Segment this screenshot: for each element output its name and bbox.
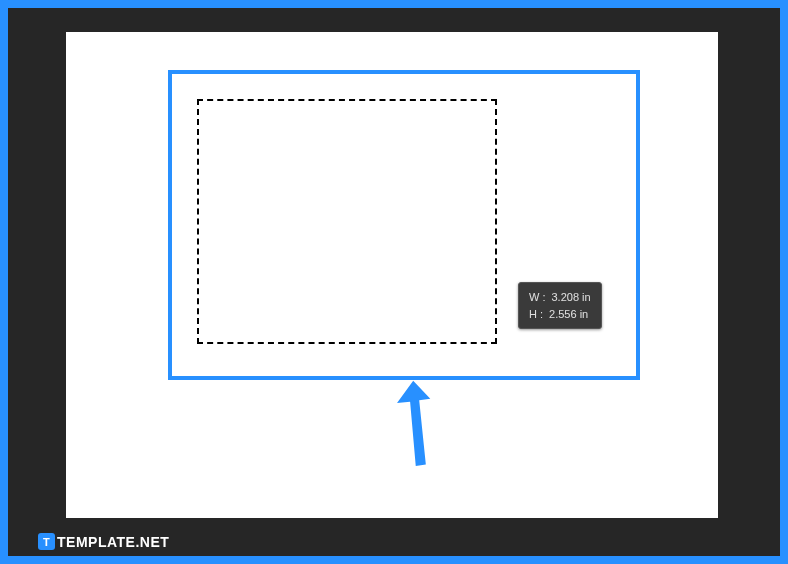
dimension-tooltip: W : 3.208 in H : 2.556 in: [518, 282, 602, 329]
selection-marquee[interactable]: [197, 99, 497, 344]
width-value: 3.208 in: [552, 289, 591, 306]
arrow-up-icon: [396, 376, 436, 471]
watermark-text: TEMPLATE.NET: [57, 534, 169, 550]
canvas-area[interactable]: W : 3.208 in H : 2.556 in: [66, 32, 718, 518]
height-row: H : 2.556 in: [529, 306, 591, 323]
outer-frame: W : 3.208 in H : 2.556 in T TEMPLATE.NET: [8, 8, 780, 556]
watermark-icon-letter: T: [43, 536, 50, 548]
height-value: 2.556 in: [549, 306, 588, 323]
width-row: W : 3.208 in: [529, 289, 591, 306]
height-label: H :: [529, 306, 543, 323]
watermark-logo-icon: T: [38, 533, 55, 550]
width-label: W :: [529, 289, 546, 306]
watermark: T TEMPLATE.NET: [38, 533, 169, 550]
